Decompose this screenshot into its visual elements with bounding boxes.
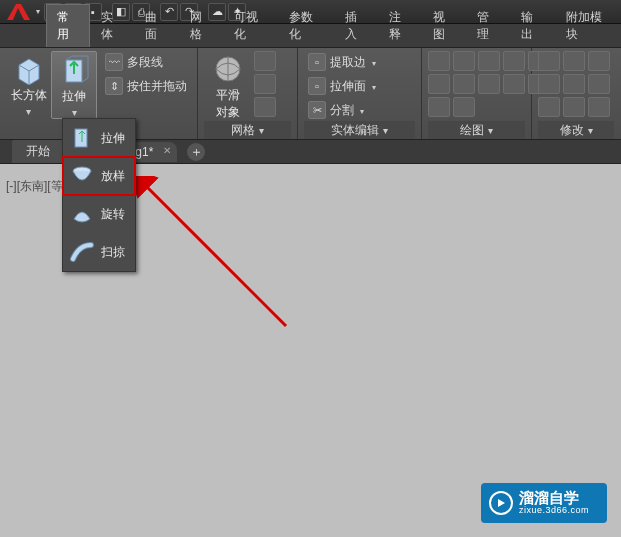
modify-tool[interactable] bbox=[588, 74, 610, 94]
ribbon-tab-view[interactable]: 视图 bbox=[422, 4, 466, 47]
annotation-arrow bbox=[136, 176, 306, 346]
panel-draw-footer[interactable]: 绘图 ▾ bbox=[428, 121, 525, 139]
draw-tool[interactable] bbox=[428, 97, 450, 117]
ribbon-tab-annot[interactable]: 注释 bbox=[378, 4, 422, 47]
panel-modify: 修改 ▾ bbox=[532, 48, 620, 139]
panel-mesh-label: 网格 bbox=[231, 122, 255, 139]
draw-tool[interactable] bbox=[478, 51, 500, 71]
ribbon-tab-mesh[interactable]: 网格 bbox=[179, 4, 223, 47]
dropdown-label: 放样 bbox=[101, 168, 125, 185]
presspull-button[interactable]: ⇕ 按住并拖动 bbox=[101, 75, 191, 97]
ws-add-button[interactable]: ＋ bbox=[187, 143, 205, 161]
watermark-url: zixue.3d66.com bbox=[519, 506, 589, 516]
panel-solidedit: ▫ 提取边 ▫ 拉伸面 ✂ 分割 实体编辑 ▾ bbox=[298, 48, 422, 139]
ribbon-tab-output[interactable]: 输出 bbox=[510, 4, 554, 47]
panel-draw: 绘图 ▾ bbox=[422, 48, 532, 139]
watermark: 溜溜自学 zixue.3d66.com bbox=[481, 483, 607, 523]
ribbon-tab-solid[interactable]: 实体 bbox=[90, 4, 134, 47]
extrude-button[interactable]: 拉伸 ▾ bbox=[51, 51, 97, 119]
extrude-face-label: 拉伸面 bbox=[330, 78, 366, 95]
extrude-caret-icon: ▾ bbox=[72, 107, 77, 118]
box-label: 长方体 bbox=[11, 87, 47, 104]
section-button[interactable]: ✂ 分割 bbox=[304, 99, 415, 121]
presspull-label: 按住并拖动 bbox=[127, 78, 187, 95]
modify-tool[interactable] bbox=[538, 97, 560, 117]
extract-edge-icon: ▫ bbox=[308, 53, 326, 71]
section-icon: ✂ bbox=[308, 101, 326, 119]
ribbon-tab-param[interactable]: 参数化 bbox=[278, 4, 333, 47]
dropdown-label: 拉伸 bbox=[101, 130, 125, 147]
ribbon-tab-visual[interactable]: 可视化 bbox=[223, 4, 278, 47]
panel-solidedit-label: 实体编辑 bbox=[331, 122, 379, 139]
modify-tool[interactable] bbox=[588, 97, 610, 117]
close-icon[interactable]: ✕ bbox=[163, 145, 171, 156]
presspull-icon: ⇕ bbox=[105, 77, 123, 95]
panel-draw-label: 绘图 bbox=[460, 122, 484, 139]
modify-tool[interactable] bbox=[588, 51, 610, 71]
modify-tool[interactable] bbox=[563, 51, 585, 71]
modify-tool[interactable] bbox=[538, 74, 560, 94]
dropdown-item-extrude[interactable]: 拉伸 bbox=[63, 119, 135, 157]
ribbon-tab-addins[interactable]: 附加模块 bbox=[555, 4, 621, 47]
section-label: 分割 bbox=[330, 102, 354, 119]
extrude-dropdown: 拉伸 放样 旋转 扫掠 bbox=[62, 118, 136, 272]
smooth-label: 平滑 对象 bbox=[216, 87, 240, 121]
modify-tool[interactable] bbox=[538, 51, 560, 71]
app-logo[interactable] bbox=[4, 2, 32, 22]
polyline-button[interactable]: 〰 多段线 bbox=[101, 51, 191, 73]
extrude-face-button[interactable]: ▫ 拉伸面 bbox=[304, 75, 415, 97]
panel-modify-footer[interactable]: 修改 ▾ bbox=[538, 121, 614, 139]
extract-edge-button[interactable]: ▫ 提取边 bbox=[304, 51, 415, 73]
polyline-icon: 〰 bbox=[105, 53, 123, 71]
polyline-label: 多段线 bbox=[127, 54, 163, 71]
mesh-tool-3[interactable] bbox=[254, 97, 276, 117]
ribbon-tab-surface[interactable]: 曲面 bbox=[134, 4, 178, 47]
viewport-label[interactable]: [-][东南][等] bbox=[6, 178, 66, 195]
ribbon-tab-manage[interactable]: 管理 bbox=[466, 4, 510, 47]
svg-line-6 bbox=[144, 184, 286, 326]
dropdown-item-sweep[interactable]: 扫掠 bbox=[63, 233, 135, 271]
panel-smooth-footer[interactable]: 网格 ▾ bbox=[204, 121, 291, 139]
ribbon-tab-home[interactable]: 常用 bbox=[46, 4, 90, 47]
dropdown-label: 旋转 bbox=[101, 206, 125, 223]
mesh-tool-2[interactable] bbox=[254, 74, 276, 94]
draw-tool[interactable] bbox=[453, 97, 475, 117]
extrude-face-icon: ▫ bbox=[308, 77, 326, 95]
draw-tool[interactable] bbox=[428, 74, 450, 94]
draw-tool[interactable] bbox=[503, 51, 525, 71]
panel-modify-label: 修改 bbox=[560, 122, 584, 139]
draw-tool[interactable] bbox=[503, 74, 525, 94]
dropdown-item-loft[interactable]: 放样 bbox=[63, 157, 135, 195]
draw-tool[interactable] bbox=[478, 74, 500, 94]
panel-solidedit-footer[interactable]: 实体编辑 ▾ bbox=[304, 121, 415, 139]
ws-tab-label: 开始 bbox=[26, 144, 50, 158]
draw-tool[interactable] bbox=[453, 51, 475, 71]
box-caret-icon: ▾ bbox=[26, 106, 31, 117]
draw-tool[interactable] bbox=[453, 74, 475, 94]
watermark-title: 溜溜自学 bbox=[519, 490, 589, 507]
app-menu-caret[interactable]: ▾ bbox=[36, 7, 40, 16]
extrude-label: 拉伸 bbox=[62, 88, 86, 105]
panel-smooth: 平滑 对象 网格 ▾ bbox=[198, 48, 298, 139]
modify-tool[interactable] bbox=[563, 97, 585, 117]
ribbon-tab-insert[interactable]: 插入 bbox=[334, 4, 378, 47]
mesh-tool-1[interactable] bbox=[254, 51, 276, 71]
dropdown-label: 扫掠 bbox=[101, 244, 125, 261]
modify-tool[interactable] bbox=[563, 74, 585, 94]
extract-edge-label: 提取边 bbox=[330, 54, 366, 71]
draw-tool[interactable] bbox=[428, 51, 450, 71]
smooth-button[interactable]: 平滑 对象 bbox=[204, 51, 252, 121]
box-button[interactable]: 长方体 ▾ bbox=[6, 51, 51, 117]
play-icon bbox=[489, 491, 513, 515]
dropdown-item-revolve[interactable]: 旋转 bbox=[63, 195, 135, 233]
ribbon-tabbar: 常用 实体 曲面 网格 可视化 参数化 插入 注释 视图 管理 输出 附加模块 bbox=[0, 24, 621, 48]
